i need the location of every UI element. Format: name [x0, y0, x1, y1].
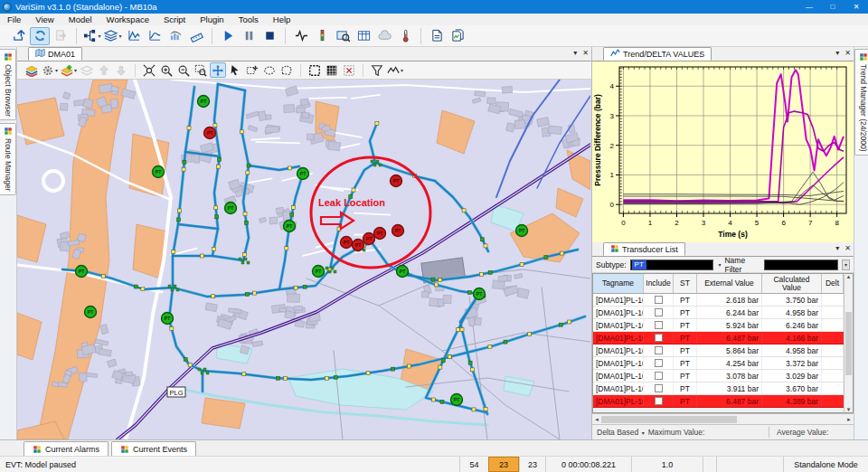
select-polygon-button[interactable] — [278, 62, 295, 78]
play-button[interactable] — [218, 27, 238, 45]
select-clear-button[interactable] — [341, 62, 357, 78]
vertical-scrollbar[interactable]: ▲ ▼ — [844, 273, 854, 413]
pause-button[interactable] — [239, 27, 259, 45]
menu-model[interactable]: Model — [61, 14, 99, 24]
filter-button[interactable] — [369, 62, 385, 78]
report-chart-button[interactable] — [448, 27, 467, 45]
table-row[interactable]: [DMA01]PL-100...PT6.487 bar4.166 bar — [593, 332, 844, 345]
select-pointer-button[interactable] — [227, 62, 243, 78]
zoom-out-button[interactable] — [175, 62, 192, 78]
map-canvas[interactable]: PTPTPTPTPTPTPTPTPTPTPTPTPTPTPTPTPTPTPTPT… — [17, 80, 591, 439]
menu-plugin[interactable]: Plugin — [193, 14, 231, 24]
include-checkbox[interactable] — [655, 359, 663, 367]
table-row[interactable]: [DMA01]PL-100...PT5.924 bar6.246 bar — [593, 319, 844, 332]
map-menu-caret-icon[interactable]: ▾ — [573, 49, 577, 57]
menu-help[interactable]: Help — [266, 14, 298, 24]
transducer-menu-caret-icon[interactable]: ▾ — [835, 244, 839, 252]
minimize-button[interactable]: — — [797, 0, 821, 14]
sidebar-tab-object-browser[interactable]: Object Browser — [0, 49, 16, 120]
ruler-button[interactable] — [186, 27, 206, 45]
image-magnifier-button[interactable] — [333, 27, 353, 45]
include-checkbox[interactable] — [655, 308, 663, 316]
layers-button[interactable]: ▾ — [103, 27, 123, 45]
include-checkbox[interactable] — [655, 397, 663, 405]
maximize-button[interactable]: □ — [821, 0, 844, 14]
scroll-up-icon[interactable]: ▲ — [846, 274, 852, 279]
select-add-button[interactable] — [244, 62, 260, 78]
include-checkbox[interactable] — [655, 372, 663, 380]
table-row[interactable]: [DMA01]PL-100...PT2.618 bar3.750 bar — [593, 294, 844, 307]
menu-tools[interactable]: Tools — [231, 14, 266, 24]
export-button[interactable] — [9, 27, 29, 45]
refresh-button[interactable] — [30, 27, 50, 45]
map-layers-button[interactable] — [24, 62, 40, 78]
trend-menu-caret-icon[interactable]: ▾ — [835, 49, 839, 57]
horizontal-scrollbar[interactable]: ◄ ► — [592, 414, 854, 425]
tab-current-events[interactable]: Current Events — [111, 441, 196, 456]
gear-button[interactable]: ▾ — [41, 62, 59, 78]
column-header-st[interactable]: ST — [674, 274, 697, 293]
scroll-right-icon[interactable]: ► — [846, 417, 852, 422]
chart-histogram-button[interactable] — [165, 27, 185, 45]
select-rect-button[interactable] — [307, 62, 323, 78]
vscroll-thumb[interactable] — [845, 312, 852, 375]
zoom-window-button[interactable] — [193, 62, 209, 78]
include-checkbox[interactable] — [655, 296, 663, 304]
transducer-close-icon[interactable]: ✕ — [844, 244, 851, 252]
trend-close-icon[interactable]: ✕ — [844, 49, 851, 57]
pan-button[interactable] — [210, 62, 226, 78]
signal-tower-button[interactable] — [312, 27, 332, 45]
tab-current-alarms[interactable]: Current Alarms — [24, 441, 108, 456]
include-checkbox[interactable] — [655, 334, 663, 342]
table-row[interactable]: [DMA01]PL-100...PT6.487 bar4.389 bar — [593, 395, 844, 408]
column-header-calculated-value[interactable]: Calculated Value — [762, 274, 822, 293]
subtype-caret-icon[interactable]: ▾ — [718, 261, 721, 268]
trend-chart[interactable]: 01234567801234Time (s)Pressure Differenc… — [592, 61, 854, 242]
close-button[interactable]: ✕ — [844, 0, 868, 14]
menu-script[interactable]: Script — [156, 14, 193, 24]
table-view-button[interactable] — [354, 27, 373, 45]
column-header-external-value[interactable]: External Value — [697, 274, 762, 293]
include-checkbox[interactable] — [655, 321, 663, 329]
cloud-button[interactable] — [374, 27, 394, 45]
zoom-in-button[interactable] — [158, 62, 175, 78]
subtype-select[interactable]: PT — [630, 260, 714, 270]
add-layer-button[interactable]: ▾ — [60, 62, 78, 78]
profile-button[interactable]: ▾ — [386, 62, 404, 78]
delta-based-dropdown[interactable]: Delta Based ▾ — [597, 428, 645, 437]
include-checkbox[interactable] — [655, 384, 663, 392]
table-row[interactable]: [DMA01]PL-100...PT6.244 bar4.958 bar — [593, 307, 844, 319]
zoom-extents-button[interactable] — [141, 62, 157, 78]
menu-view[interactable]: View — [28, 14, 61, 24]
name-filter-input[interactable] — [764, 260, 838, 270]
sidebar-tab-route-manager[interactable]: Route Manager — [0, 123, 16, 195]
chart-peaks-button[interactable] — [124, 27, 144, 45]
tab-transducer-list[interactable]: Transducer List — [603, 242, 685, 256]
scroll-down-icon[interactable]: ▼ — [846, 407, 852, 412]
column-header-tagname[interactable]: Tagname — [593, 274, 644, 293]
tab-dma01[interactable]: DMA01 — [28, 47, 82, 61]
hscroll-thumb[interactable] — [601, 416, 737, 423]
tab-trend-delta-values[interactable]: Trend/DELTA VALUES — [603, 47, 712, 61]
map-close-icon[interactable]: ✕ — [582, 49, 589, 57]
new-report-button[interactable] — [427, 27, 447, 45]
network-button[interactable]: ▾ — [82, 27, 102, 45]
thermometer-button[interactable] — [395, 27, 415, 45]
include-checkbox[interactable] — [655, 346, 663, 354]
table-row[interactable]: [DMA01]PL-100...PT4.254 bar3.372 bar — [593, 357, 844, 370]
menu-workspace[interactable]: Workspace — [99, 14, 156, 24]
sidebar-tab-trend-manager[interactable]: Trend Manager (24/2000) — [854, 49, 868, 156]
filter-options-button[interactable]: ▾ — [842, 260, 850, 270]
table-row[interactable]: [DMA01]PL-100...PT3.078 bar3.029 bar — [593, 370, 844, 382]
scroll-left-icon[interactable]: ◄ — [594, 417, 599, 422]
select-block-button[interactable] — [324, 62, 340, 78]
select-ellipse-button[interactable] — [261, 62, 278, 78]
column-header-delta[interactable]: Delt — [822, 274, 844, 293]
menu-file[interactable]: File — [0, 14, 28, 24]
stop-button[interactable] — [259, 27, 279, 45]
chart-line-button[interactable] — [145, 27, 165, 45]
waveform-button[interactable] — [291, 27, 311, 45]
table-row[interactable]: [DMA01]PL-100...PT5.864 bar4.958 bar — [593, 345, 844, 357]
column-header-include[interactable]: Include — [644, 274, 674, 293]
table-row[interactable]: [DMA01]PL-100...PT3.911 bar3.670 bar — [593, 382, 844, 395]
